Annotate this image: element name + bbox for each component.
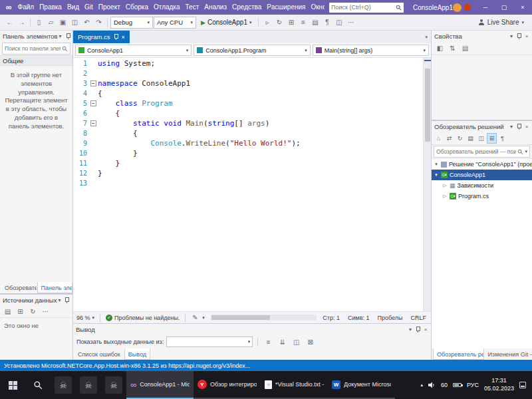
zoom-control[interactable]: 96 % ▾ (76, 315, 94, 321)
code-line[interactable]: 13 (73, 178, 423, 188)
taskbar-app-visual-studio[interactable]: ∞ ConsoleApp1 - Mic... (126, 371, 194, 399)
pencil-icon[interactable]: ✎ (191, 312, 199, 324)
project-dropdown[interactable]: ConsoleApp1 ▾ (75, 45, 192, 56)
member-dropdown[interactable]: Main(string[] args) ▾ (313, 45, 429, 56)
break-all-icon[interactable]: ⊞ (285, 17, 297, 29)
categorized-icon[interactable]: ◧ (434, 43, 446, 55)
code-editor[interactable]: 1using System;23−namespace ConsoleApp14{… (73, 58, 423, 311)
menu-debug[interactable]: Отладка (151, 0, 183, 15)
solution-explorer-search[interactable]: ▾ (434, 146, 530, 158)
quick-search[interactable] (329, 3, 404, 13)
fold-margin[interactable] (90, 68, 98, 78)
fold-margin[interactable] (90, 108, 98, 118)
live-share-button[interactable]: Live Share ▾ (474, 19, 528, 26)
menu-extensions[interactable]: Расширения (264, 0, 308, 15)
home-icon[interactable]: ⌂ (434, 133, 444, 144)
expanded-arrow-icon[interactable]: ▾ (434, 162, 439, 167)
code-line[interactable]: 12} (73, 168, 423, 178)
new-file-icon[interactable]: ▯ (33, 17, 45, 29)
toolbox-search-input[interactable] (5, 45, 61, 52)
collapse-region-icon[interactable]: − (90, 100, 96, 106)
editor-vertical-scrollbar[interactable] (423, 58, 431, 311)
menu-window[interactable]: Окно (308, 0, 324, 15)
notification-badge-icon[interactable] (464, 4, 471, 11)
properties-header[interactable]: Свойства ▾ × (432, 31, 532, 42)
forward-icon[interactable]: → (16, 17, 27, 29)
tab-error-list[interactable]: Список ошибок (74, 348, 124, 360)
add-data-source-icon[interactable]: ▤ (2, 306, 13, 318)
alphabetical-icon[interactable]: ⇅ (447, 43, 458, 55)
edit-data-source-icon[interactable]: ⊞ (15, 306, 26, 318)
pin-icon[interactable] (66, 33, 70, 40)
editor-horizontal-scrollbar[interactable] (211, 315, 317, 321)
start-button[interactable] (0, 371, 25, 399)
toolbox-section-general[interactable]: Общие (0, 55, 72, 66)
output-source-dropdown[interactable]: ▾ (166, 336, 253, 347)
pin-icon[interactable] (517, 124, 521, 130)
chevron-down-icon[interactable]: ▾ (509, 124, 514, 130)
configuration-dropdown[interactable]: Debug ▾ (110, 17, 153, 29)
scrollbar-thumb[interactable] (211, 315, 270, 320)
messages-icon[interactable]: ≡ (263, 336, 274, 348)
expanded-arrow-icon[interactable]: ▾ (434, 172, 439, 178)
refresh-icon[interactable]: ↻ (455, 133, 465, 144)
switch-views-icon[interactable]: ⇄ (444, 133, 454, 144)
menu-build[interactable]: Сборка (123, 0, 151, 15)
code-line[interactable]: 2 (73, 68, 423, 78)
start-debug-button[interactable]: ▶ ConsoleApp1 ▾ (197, 16, 255, 29)
tab-program-cs[interactable]: Program.cs × (73, 31, 130, 43)
pinned-app-1[interactable]: ☠ (51, 371, 76, 399)
tab-toolbox[interactable]: Панель эле... (37, 282, 72, 293)
menu-tools[interactable]: Средства (229, 0, 264, 15)
minimize-button[interactable]: ─ (476, 0, 495, 15)
tree-row-program-cs[interactable]: ▷ C# Program.cs (432, 191, 532, 201)
menu-edit[interactable]: Правка (37, 0, 65, 15)
code-line[interactable]: 10 } (73, 148, 423, 158)
chevron-down-icon[interactable]: ▾ (509, 33, 514, 39)
menu-test[interactable]: Тест (183, 0, 202, 15)
code-line[interactable]: 3−namespace ConsoleApp1 (73, 78, 423, 88)
pin-icon[interactable] (517, 33, 521, 40)
scrollbar-thumb[interactable] (425, 68, 430, 142)
menu-view[interactable]: Вид (65, 0, 82, 15)
properties-icon[interactable]: ¶ (497, 133, 507, 144)
fold-margin[interactable]: − (90, 78, 98, 88)
taskbar-search-button[interactable] (25, 371, 51, 399)
quick-search-input[interactable] (331, 4, 396, 11)
tab-server-explorer[interactable]: Обозревате... (1, 282, 37, 293)
data-sources-header[interactable]: Источники данных ▾ × (0, 295, 72, 306)
code-line[interactable]: 4{ (73, 88, 423, 98)
pinned-app-3[interactable]: ☠ (101, 371, 126, 399)
close-icon[interactable]: × (524, 33, 529, 39)
menu-project[interactable]: Проект (96, 0, 123, 15)
more-commands-icon[interactable]: ⋯ (345, 17, 356, 29)
code-line[interactable]: 8 { (73, 128, 423, 138)
code-line[interactable]: 6 { (73, 108, 423, 118)
fold-margin[interactable] (90, 88, 98, 98)
chevron-down-icon[interactable]: ▾ (525, 149, 527, 154)
show-all-files-icon[interactable]: ▤ (466, 133, 475, 144)
chevron-down-icon[interactable]: ▾ (408, 327, 413, 332)
fold-margin[interactable] (90, 138, 98, 148)
window-layout-icon[interactable]: ◫ (333, 17, 344, 29)
fold-margin[interactable] (90, 59, 98, 68)
save-icon[interactable]: ▣ (57, 17, 68, 29)
fold-margin[interactable] (90, 178, 98, 188)
status-eol[interactable]: CRLF (410, 315, 426, 321)
close-icon[interactable]: × (423, 327, 428, 332)
status-spaces[interactable]: Пробелы (378, 315, 403, 321)
user-avatar[interactable] (453, 3, 462, 12)
open-file-icon[interactable]: ▱ (45, 17, 57, 29)
tab-solution-explorer[interactable]: Обозреватель реше... (433, 348, 484, 360)
chevron-down-icon[interactable]: ▾ (58, 33, 63, 39)
close-button[interactable]: × (513, 0, 532, 15)
solution-explorer-header[interactable]: Обозреватель решений ▾ × (432, 121, 532, 132)
pin-icon[interactable] (416, 327, 420, 333)
battery-icon[interactable] (453, 383, 462, 387)
menu-git[interactable]: Git (82, 0, 96, 15)
word-wrap-icon[interactable]: ⊠ (305, 336, 316, 348)
code-line[interactable]: 1using System; (73, 59, 423, 68)
save-all-icon[interactable]: ◫ (69, 17, 80, 29)
restart-icon[interactable]: ↻ (273, 17, 285, 29)
fold-margin[interactable] (90, 158, 98, 168)
